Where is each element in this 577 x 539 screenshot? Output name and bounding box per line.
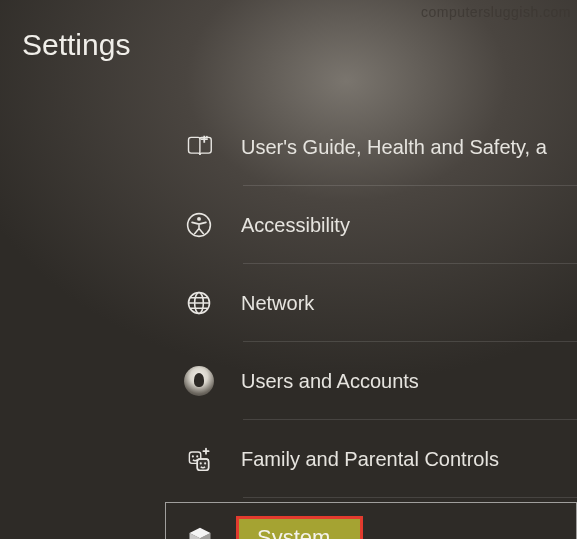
menu-item-system[interactable]: System xyxy=(165,502,577,539)
system-cube-icon xyxy=(184,523,216,539)
menu-item-network[interactable]: Network xyxy=(183,264,577,342)
health-safety-icon xyxy=(183,131,215,163)
svg-point-0 xyxy=(206,136,208,138)
menu-item-users-accounts[interactable]: Users and Accounts xyxy=(183,342,577,420)
menu-item-label: User's Guide, Health and Safety, a xyxy=(241,136,547,159)
menu-item-label: Users and Accounts xyxy=(241,370,419,393)
settings-list: User's Guide, Health and Safety, a Acces… xyxy=(183,108,577,539)
selection-highlight: System xyxy=(236,516,363,539)
page-title: Settings xyxy=(22,28,130,62)
menu-item-accessibility[interactable]: Accessibility xyxy=(183,186,577,264)
svg-point-10 xyxy=(200,462,202,464)
menu-item-users-guide[interactable]: User's Guide, Health and Safety, a xyxy=(183,108,577,186)
svg-point-2 xyxy=(197,217,201,221)
menu-item-label: System xyxy=(257,525,330,539)
svg-rect-8 xyxy=(197,459,208,470)
accessibility-icon xyxy=(183,209,215,241)
divider xyxy=(243,497,577,498)
watermark: computersluggish.com xyxy=(421,4,571,20)
svg-point-6 xyxy=(192,455,194,457)
menu-item-label: Family and Parental Controls xyxy=(241,448,499,471)
globe-icon xyxy=(183,287,215,319)
menu-item-label: Accessibility xyxy=(241,214,350,237)
avatar-icon xyxy=(183,365,215,397)
family-icon xyxy=(183,443,215,475)
menu-item-label: Network xyxy=(241,292,314,315)
svg-point-7 xyxy=(196,455,198,457)
svg-point-11 xyxy=(204,462,206,464)
menu-item-family-controls[interactable]: Family and Parental Controls xyxy=(183,420,577,498)
